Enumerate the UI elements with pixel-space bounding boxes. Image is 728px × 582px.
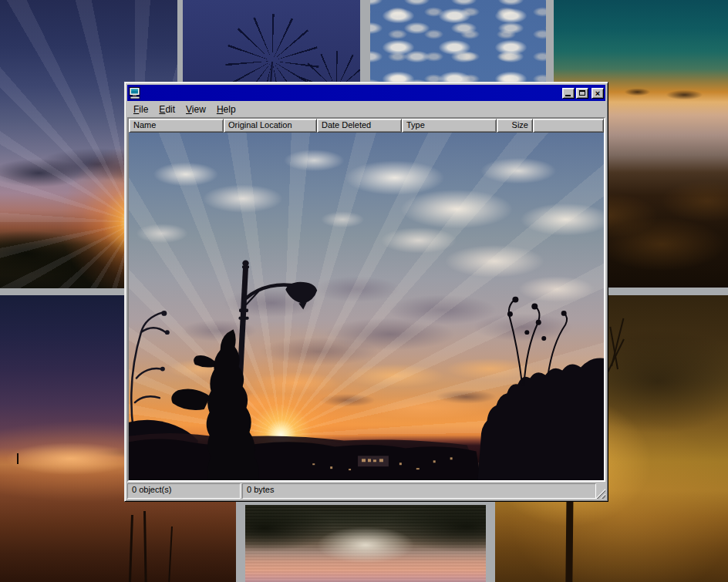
computer-icon[interactable] — [129, 87, 141, 99]
menu-file[interactable]: File — [128, 103, 153, 116]
title-bar[interactable]: × — [127, 85, 605, 101]
column-header-name[interactable]: Name — [129, 119, 224, 133]
resize-grip[interactable] — [595, 489, 605, 499]
status-byte-count: 0 bytes — [242, 483, 596, 499]
status-bar: 0 object(s) 0 bytes — [127, 482, 605, 499]
lake-pole-silhouette — [17, 453, 19, 464]
lake-pole-silhouette — [143, 511, 147, 582]
street-lamp-silhouette — [236, 260, 318, 409]
lake-pole-silhouette — [168, 526, 173, 582]
column-header-date-deleted[interactable]: Date Deleted — [317, 119, 402, 133]
right-tree-silhouette — [478, 297, 604, 480]
list-view[interactable] — [129, 133, 604, 480]
left-tree-silhouette — [131, 311, 170, 432]
menu-help[interactable]: Help — [211, 103, 241, 116]
menu-bar: File Edit View Help — [127, 101, 605, 117]
minimize-button[interactable] — [562, 88, 575, 99]
maximize-button[interactable] — [576, 88, 588, 99]
recycle-bin-window: × File Edit View Help Name Original Loca… — [124, 82, 608, 502]
column-header-row: Name Original Location Date Deleted Type… — [129, 119, 604, 133]
menu-edit[interactable]: Edit — [153, 103, 180, 116]
column-header-filler — [533, 119, 604, 133]
lake-pole-silhouette — [129, 515, 133, 582]
column-header-size[interactable]: Size — [497, 119, 533, 133]
close-icon: × — [595, 89, 600, 96]
maximize-icon — [579, 90, 585, 96]
background-photo-water-reflection — [245, 505, 486, 582]
photo-silhouettes — [129, 133, 604, 480]
pole-silhouette — [565, 488, 573, 582]
column-header-type[interactable]: Type — [402, 119, 497, 133]
column-header-original-location[interactable]: Original Location — [224, 119, 317, 133]
list-client-area: Name Original Location Date Deleted Type… — [127, 117, 605, 482]
close-button[interactable]: × — [592, 88, 604, 99]
status-object-count: 0 object(s) — [127, 483, 241, 499]
minimize-icon — [565, 95, 571, 96]
menu-view[interactable]: View — [180, 103, 211, 116]
